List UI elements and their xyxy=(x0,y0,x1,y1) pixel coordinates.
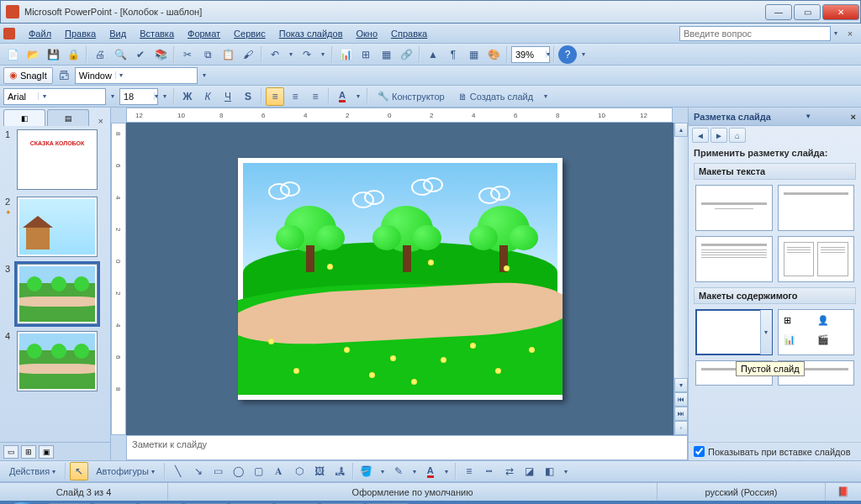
permission-button[interactable]: 🔒 xyxy=(64,45,82,64)
line-weight-button[interactable]: ≡ xyxy=(460,462,478,480)
new-doc-button[interactable]: 📄 xyxy=(3,45,22,64)
notes-pane[interactable]: Заметки к слайду xyxy=(126,435,688,460)
chart-button[interactable]: 📊 xyxy=(336,45,355,64)
tables-borders-button[interactable]: ▦ xyxy=(377,45,395,64)
grid-button[interactable]: ▦ xyxy=(464,45,483,64)
layout-two-column-text[interactable] xyxy=(778,236,855,282)
scroll-down-button[interactable]: ▾ xyxy=(674,378,688,392)
prev-slide-button[interactable]: ⏮ xyxy=(674,392,688,407)
autoshapes-menu[interactable]: Автофигуры▾ xyxy=(90,462,161,480)
arrow-tool[interactable]: ↘ xyxy=(189,462,208,480)
snagit-button[interactable]: ◉SnagIt xyxy=(3,67,53,84)
font-combo[interactable]: Arial▾ xyxy=(3,88,106,105)
align-left-button[interactable]: ≡ xyxy=(266,87,284,106)
slide-thumb-4[interactable]: 4 xyxy=(5,331,105,391)
slides-tab[interactable]: ◧ xyxy=(3,109,45,126)
vertical-scrollbar[interactable]: ▴ ▾ ⏮ ⏭ ◦ xyxy=(673,123,688,435)
menu-slideshow[interactable]: Показ слайдов xyxy=(272,27,350,40)
slide-thumb-2[interactable]: 2✦ xyxy=(5,197,105,257)
status-spell-icon[interactable]: 📕 xyxy=(826,483,861,501)
cut-button[interactable]: ✂ xyxy=(178,45,197,64)
designer-button[interactable]: 🔧Конструктор xyxy=(372,87,451,106)
redo-button[interactable]: ↷ xyxy=(298,45,316,64)
zoom-combo[interactable]: 39%▾ xyxy=(511,46,550,63)
pane-close-button[interactable]: × xyxy=(95,116,107,126)
picture-tool[interactable]: 🏞 xyxy=(330,462,349,480)
snagit-settings-button[interactable]: 🖆 xyxy=(55,66,73,85)
oval-tool[interactable]: ◯ xyxy=(230,462,248,480)
save-button[interactable]: 💾 xyxy=(44,45,62,64)
slide-canvas[interactable] xyxy=(238,158,563,400)
bold-button[interactable]: Ж xyxy=(178,87,197,106)
italic-button[interactable]: К xyxy=(198,87,217,106)
maximize-button[interactable]: ▭ xyxy=(794,4,821,20)
copy-button[interactable]: ⧉ xyxy=(198,45,217,64)
toolbar-options[interactable]: ▾ xyxy=(578,50,589,58)
slideshow-view-button[interactable]: ▣ xyxy=(39,445,54,459)
size-history-dropdown[interactable]: ▾ xyxy=(160,92,170,100)
menu-view[interactable]: Вид xyxy=(103,27,133,40)
drawing-options[interactable]: ▾ xyxy=(561,468,571,475)
show-format-button[interactable]: ¶ xyxy=(444,45,462,64)
rectangle-tool[interactable]: ▭ xyxy=(209,462,228,480)
menu-window[interactable]: Окно xyxy=(350,27,385,40)
textbox-tool[interactable]: ▢ xyxy=(250,462,268,480)
layout-blank[interactable]: ▾ xyxy=(695,309,773,355)
fill-color-button[interactable]: 🪣 xyxy=(357,462,376,480)
clipart-tool[interactable]: 🖼 xyxy=(310,462,329,480)
menu-edit[interactable]: Правка xyxy=(58,27,103,40)
text-color-button[interactable]: A xyxy=(421,462,440,480)
menu-insert[interactable]: Вставка xyxy=(133,27,181,40)
undo-button[interactable]: ↶ xyxy=(266,45,284,64)
color-button[interactable]: 🎨 xyxy=(484,45,503,64)
menu-format[interactable]: Формат xyxy=(181,27,227,40)
menu-tools[interactable]: Сервис xyxy=(227,27,272,40)
redo-dropdown[interactable]: ▾ xyxy=(318,50,328,58)
open-button[interactable]: 📂 xyxy=(24,45,42,64)
layout-title-slide[interactable] xyxy=(695,185,773,231)
shadow-style-button[interactable]: ◪ xyxy=(520,462,539,480)
undo-dropdown[interactable]: ▾ xyxy=(286,50,296,58)
font-color-button[interactable]: A xyxy=(333,87,351,106)
diagram-tool[interactable]: ⬡ xyxy=(290,462,309,480)
mdi-close-button[interactable]: × xyxy=(843,26,858,41)
format-painter-button[interactable]: 🖌 xyxy=(239,45,257,64)
slide-thumb-1[interactable]: 1 СКАЗКА КОЛОБОК xyxy=(5,129,105,190)
taskpane-close-button[interactable]: × xyxy=(851,112,856,122)
help-question-input[interactable] xyxy=(679,26,831,41)
scroll-up-button[interactable]: ▴ xyxy=(674,123,688,137)
expand-all-button[interactable]: ▲ xyxy=(424,45,442,64)
minimize-button[interactable]: — xyxy=(765,4,792,20)
arrow-style-button[interactable]: ⇄ xyxy=(500,462,519,480)
vertical-ruler[interactable]: 864202468 xyxy=(111,123,126,435)
print-button[interactable]: 🖨 xyxy=(91,45,109,64)
close-button[interactable]: ✕ xyxy=(822,4,859,20)
layout-content[interactable]: ⊞👤📊🎬 xyxy=(778,309,855,355)
taskpane-forward-button[interactable]: ► xyxy=(710,128,727,143)
line-tool[interactable]: ╲ xyxy=(169,462,188,480)
question-dropdown[interactable]: ▾ xyxy=(831,29,841,37)
align-center-button[interactable]: ≡ xyxy=(286,87,304,106)
underline-button[interactable]: Ч xyxy=(219,87,237,106)
next-slide-button[interactable]: ⏭ xyxy=(674,407,688,421)
paste-button[interactable]: 📋 xyxy=(219,45,237,64)
line-color-button[interactable]: ✎ xyxy=(389,462,408,480)
wordart-tool[interactable]: 𝐀 xyxy=(270,462,288,480)
normal-view-button[interactable]: ▭ xyxy=(3,445,18,459)
taskpane-home-button[interactable]: ⌂ xyxy=(729,128,746,143)
dash-style-button[interactable]: ┅ xyxy=(480,462,499,480)
shadow-button[interactable]: S xyxy=(239,87,257,106)
snagit-options[interactable]: ▾ xyxy=(199,71,209,79)
show-on-insert-checkbox[interactable] xyxy=(694,446,705,457)
slide-thumb-3[interactable]: 3 xyxy=(5,264,105,324)
snagit-window-combo[interactable]: Window▾ xyxy=(75,67,198,84)
taskpane-back-button[interactable]: ◄ xyxy=(692,128,709,143)
select-tool[interactable]: ↖ xyxy=(70,462,88,480)
formatting-options[interactable]: ▾ xyxy=(541,92,551,100)
menu-help[interactable]: Справка xyxy=(384,27,434,40)
horizontal-ruler[interactable]: 12108642024681012 xyxy=(126,108,673,123)
outline-tab[interactable]: ▤ xyxy=(47,109,89,126)
thumbnail-list[interactable]: 1 СКАЗКА КОЛОБОК 2✦ 3 4 xyxy=(0,126,110,442)
hyperlink-button[interactable]: 🔗 xyxy=(397,45,415,64)
browse-object-button[interactable]: ◦ xyxy=(674,421,688,435)
